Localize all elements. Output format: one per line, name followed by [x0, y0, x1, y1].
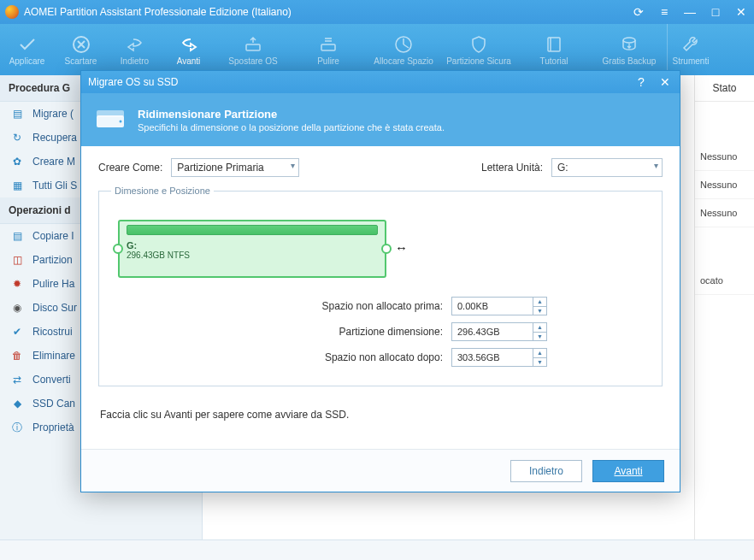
partition-fill-bar	[127, 225, 378, 235]
copy-icon: ▤	[10, 229, 24, 243]
tutorial-button[interactable]: Tutorial	[516, 24, 592, 75]
banner-subtext: Specifichi la dimensione o la posizione …	[138, 122, 445, 133]
dialog-close-icon[interactable]: ✕	[657, 75, 673, 89]
create-as-label: Creare Come:	[98, 162, 162, 174]
spin-down-icon[interactable]: ▼	[533, 307, 546, 315]
svg-point-8	[120, 121, 122, 123]
resize-cursor-icon: ↔	[395, 240, 408, 255]
unalloc-after-input[interactable]: 303.56GB▲▼	[451, 348, 547, 367]
right-column: Stato Nessuno Nessuno Nessuno ocato	[694, 75, 754, 539]
drive-letter-dropdown[interactable]: G:	[551, 158, 663, 177]
secure-partition-button[interactable]: Partizione Sicura	[441, 24, 516, 75]
gear-small-icon: ✿	[10, 155, 24, 168]
svg-point-5	[623, 38, 635, 43]
trash-icon: 🗑	[10, 349, 24, 363]
tools-button[interactable]: Strumenti	[667, 24, 714, 75]
create-as-dropdown[interactable]: Partizione Primaria	[171, 158, 299, 177]
toolbar: Applicare Scartare Indietro Avanti Spost…	[0, 24, 754, 75]
spin-down-icon[interactable]: ▼	[533, 333, 546, 341]
wrench-icon: ✔	[10, 325, 24, 339]
window-buttons: ⟳ ≡ — □ ✕	[631, 5, 749, 19]
size-position-fieldset: Dimesione e Posizione G: 296.43GB NTFS ↔…	[98, 186, 663, 386]
partition-fs: 296.43GB NTFS	[127, 251, 378, 260]
main-window: AOMEI Partition Assistant Professionale …	[0, 0, 754, 560]
partition-letter: G:	[127, 240, 378, 251]
status-row: Nessuno	[695, 199, 754, 227]
status-row: Nessuno	[695, 171, 754, 199]
unalloc-before-input[interactable]: 0.00KB▲▼	[451, 297, 547, 315]
migrate-os-dialog: Migrare OS su SSD ? ✕ Ridimensionare Par…	[80, 70, 680, 492]
menu-icon[interactable]: ≡	[657, 5, 672, 19]
status-row: ocato	[695, 267, 754, 295]
partition-size-label: Partizione dimensione:	[339, 326, 443, 338]
backup-button[interactable]: Gratis Backup	[592, 24, 667, 75]
app-icon	[5, 5, 19, 19]
disc-icon: ◉	[10, 301, 24, 315]
drive-icon	[95, 107, 126, 133]
partition-block[interactable]: G: 296.43GB NTFS	[118, 220, 386, 278]
maximize-icon[interactable]: □	[708, 5, 723, 19]
swap-icon: ⇄	[10, 373, 24, 386]
window-title: AOMEI Partition Assistant Professionale …	[24, 6, 631, 18]
forward-button[interactable]: Avanti	[162, 24, 215, 75]
spin-up-icon[interactable]: ▲	[533, 323, 546, 333]
migrate-os-button[interactable]: Spostare OS	[215, 24, 291, 75]
drive-letter-label: Lettera Unità:	[481, 162, 543, 174]
hdd-icon: ▤	[10, 107, 24, 121]
resize-handle-left[interactable]	[113, 244, 123, 254]
apply-button[interactable]: Applicare	[0, 24, 54, 75]
fieldset-legend: Dimesione e Posizione	[111, 186, 214, 196]
right-header: Stato	[695, 75, 754, 102]
dialog-body: Creare Come: Partizione Primaria Lettera…	[81, 146, 680, 433]
minimize-icon[interactable]: —	[682, 5, 698, 19]
split-icon: ◫	[10, 253, 24, 267]
spin-down-icon[interactable]: ▼	[533, 358, 546, 367]
spin-up-icon[interactable]: ▲	[533, 298, 546, 307]
banner-heading: Ridimensionare Partizione	[138, 108, 445, 121]
allocate-button[interactable]: Allocare Spazio	[366, 24, 441, 75]
wipe-button[interactable]: Pulire	[291, 24, 366, 75]
dialog-footer: Indietro Avanti	[81, 449, 680, 492]
close-icon[interactable]: ✕	[733, 5, 749, 19]
back-button[interactable]: Indietro	[108, 24, 162, 75]
refresh-icon[interactable]: ⟳	[631, 5, 646, 19]
ssd-icon: ◆	[10, 397, 24, 410]
svg-rect-1	[246, 44, 260, 50]
dialog-banner: Ridimensionare Partizione Specifichi la …	[81, 93, 680, 146]
next-button[interactable]: Avanti	[592, 460, 664, 482]
status-row: Nessuno	[695, 143, 754, 171]
info-icon: ⓘ	[10, 421, 24, 434]
partition-size-input[interactable]: 296.43GB▲▼	[451, 322, 547, 341]
bomb-icon: ✹	[10, 277, 24, 291]
dialog-titlebar: Migrare OS su SSD ? ✕	[81, 71, 680, 93]
titlebar: AOMEI Partition Assistant Professionale …	[0, 0, 754, 24]
spin-up-icon[interactable]: ▲	[533, 349, 546, 358]
svg-rect-4	[548, 38, 560, 51]
refresh-small-icon: ↻	[10, 131, 24, 144]
statusbar	[0, 539, 754, 560]
unalloc-after-label: Spazio non allocato dopo:	[325, 351, 443, 363]
svg-rect-2	[321, 44, 335, 50]
dialog-title: Migrare OS su SSD	[88, 76, 633, 88]
svg-rect-7	[97, 110, 124, 117]
resize-handle-right[interactable]	[381, 244, 392, 254]
partition-visual[interactable]: G: 296.43GB NTFS ↔	[111, 216, 650, 281]
discard-button[interactable]: Scartare	[54, 24, 108, 75]
help-icon[interactable]: ?	[633, 75, 649, 89]
back-button[interactable]: Indietro	[510, 460, 582, 482]
unalloc-before-label: Spazio non allocato prima:	[322, 300, 443, 312]
hint-text: Faccia clic su Avanti per sapere come av…	[100, 409, 661, 421]
grid-icon: ▦	[10, 179, 24, 192]
